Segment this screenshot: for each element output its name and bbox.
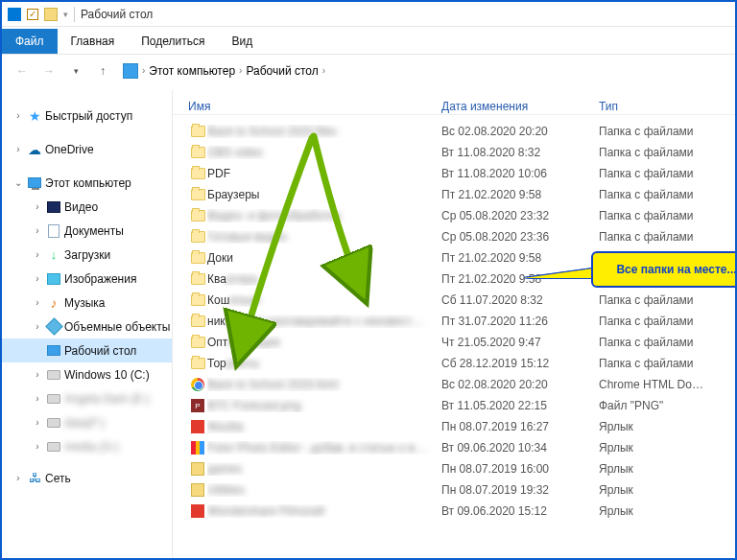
chevron-right-icon[interactable]: › [142,65,145,76]
sidebar-item-onedrive[interactable]: › ☁ OneDrive [2,137,172,161]
sidebar-item-quick-access[interactable]: › ★ Быстрый доступ [2,104,172,128]
file-row[interactable]: UtilitiesПн 08.07.2019 19:32Ярлык [173,479,735,501]
folder-icon [188,292,207,308]
column-date[interactable]: Дата изменения [441,100,599,113]
qat-checkbox-icon[interactable]: ✓ [27,9,38,20]
file-type: Файл "PNG" [599,399,735,412]
folder-icon [188,314,207,329]
file-row[interactable]: БраузерыПт 21.02.2020 9:58Папка с файлам… [173,184,735,205]
sidebar-label: media (G:) [64,440,119,454]
tab-file[interactable]: Файл [2,29,58,54]
file-row[interactable]: Fotor Photo Editor - добав. в статью о в… [173,437,735,458]
folder-icon [188,335,207,350]
column-headers: Имя Дата изменения Тип [173,90,735,115]
sidebar-item-downloads[interactable]: › ↓ Загрузки [2,243,172,267]
ribbon: Файл Главная Поделиться Вид [2,27,735,54]
link3-icon [188,482,207,498]
sidebar-item-music[interactable]: › ♪ Музыка [2,291,172,315]
file-row[interactable]: ТоррентыСб 28.12.2019 15:12Папка с файла… [173,353,735,374]
file-type: Ярлык [599,504,735,518]
file-name: Оптимизация [207,336,441,349]
file-name: Видео- и фотообработка [207,209,441,222]
file-type: Ярлык [599,483,735,497]
pictures-icon [46,271,61,287]
network-icon: 🖧 [27,471,42,486]
file-name: Торренты [207,357,441,370]
file-row[interactable]: Готовые видеоСр 05.08.2020 23:36Папка с … [173,226,735,247]
file-row[interactable]: КошелькиСб 11.07.2020 8:32Папка с файлам… [173,290,735,311]
folder-icon [188,187,207,202]
sidebar-item-hidden[interactable]: › data(F:) [2,410,172,434]
sidebar-item-this-pc[interactable]: ⌄ Этот компьютер [2,171,172,195]
file-row[interactable]: PDFВт 11.08.2020 10:06Папка с файлами [173,163,735,184]
sidebar-item-network[interactable]: › 🖧 Сеть [2,466,172,490]
file-name: никогда не разговаривайте с неизвест… [207,315,441,328]
file-row[interactable]: MozillaПн 08.07.2019 16:27Ярлык [173,416,735,437]
folder-icon [188,250,207,266]
file-type: Папка с файлами [599,146,735,159]
chevron-right-icon: › [32,441,43,452]
callout-tail [524,268,593,278]
file-name: Fotor Photo Editor - добав. в статью о в… [207,441,441,455]
qat-folder-icon[interactable] [44,8,58,21]
sidebar-item-hidden[interactable]: › Angela Dark (E:) [2,386,172,410]
file-row[interactable]: PBTC Forecast.pngВт 11.05.2020 22:15Файл… [173,395,735,416]
file-type: Папка с файлами [599,209,735,222]
file-date: Сб 28.12.2019 15:12 [441,357,599,370]
tab-home[interactable]: Главная [58,29,129,54]
file-name: Доки [207,251,441,265]
sidebar-item-videos[interactable]: › Видео [2,195,172,219]
desktop-icon [46,343,61,359]
file-row[interactable]: никогда не разговаривайте с неизвест…Пт … [173,311,735,332]
tab-share[interactable]: Поделиться [128,29,218,54]
sidebar-item-pictures[interactable]: › Изображения [2,267,172,291]
chevron-right-icon[interactable]: › [322,65,325,76]
file-row[interactable]: OBS videoВт 11.08.2020 8:32Папка с файла… [173,142,735,163]
recent-dropdown-icon[interactable]: ▾ [65,60,86,82]
tab-view[interactable]: Вид [218,29,266,54]
explorer-window: ✓ ▾ Рабочий стол Файл Главная Поделиться… [0,0,737,560]
file-type: Папка с файлами [599,315,735,328]
column-name[interactable]: Имя [188,100,441,113]
sidebar-item-drive-c[interactable]: › Windows 10 (C:) [2,362,172,386]
link2-icon [188,440,207,455]
folder-icon [188,356,207,371]
link1-icon [188,503,207,519]
back-button[interactable]: ← [12,60,33,82]
file-row[interactable]: Back to School 2020.htmlВс 02.08.2020 20… [173,374,735,395]
file-name: Wondershare Filmora9 [207,504,441,518]
breadcrumb-item[interactable]: Рабочий стол [246,64,318,78]
chevron-right-icon: › [32,273,43,284]
link3-icon [188,461,207,477]
qat-dropdown-icon[interactable]: ▾ [63,10,68,19]
sidebar-label: Windows 10 (C:) [64,368,150,382]
column-type[interactable]: Тип [599,100,735,113]
sidebar-item-hidden[interactable]: › media (G:) [2,434,172,458]
file-row[interactable]: Wondershare Filmora9Вт 09.06.2020 15:12Я… [173,501,735,522]
forward-button[interactable]: → [38,60,59,82]
annotation-callout: Все папки на месте... [591,251,735,288]
sidebar-item-3d-objects[interactable]: › Объемные объекты [2,315,172,338]
file-date: Пн 08.07.2019 19:32 [441,483,599,497]
file-list[interactable]: Back to School 2020 filesВс 02.08.2020 2… [173,121,735,558]
breadcrumb[interactable]: › Этот компьютер › Рабочий стол › [119,59,725,82]
chevron-down-icon: ⌄ [12,177,24,188]
chrome-icon [188,377,207,392]
file-row[interactable]: Back to School 2020 filesВс 02.08.2020 2… [173,121,735,142]
chevron-right-icon: › [32,393,43,404]
file-row[interactable]: Видео- и фотообработкаСр 05.08.2020 23:3… [173,205,735,226]
up-button[interactable]: ↑ [92,60,113,82]
sidebar-item-documents[interactable]: › Документы [2,219,172,243]
chevron-right-icon: › [12,110,24,121]
file-date: Ср 05.08.2020 23:36 [441,230,599,244]
app-icon [8,8,21,21]
breadcrumb-item[interactable]: Этот компьютер [149,64,235,78]
file-row[interactable]: ОптимизацияЧт 21.05.2020 9:47Папка с фай… [173,332,735,353]
pc-icon [27,175,42,191]
chevron-right-icon: › [32,321,43,332]
chevron-right-icon: › [32,297,43,308]
chevron-right-icon[interactable]: › [239,65,242,76]
separator [74,7,75,22]
file-row[interactable]: gamesПн 08.07.2019 16:00Ярлык [173,458,735,479]
sidebar-item-desktop[interactable]: Рабочий стол [2,338,172,362]
